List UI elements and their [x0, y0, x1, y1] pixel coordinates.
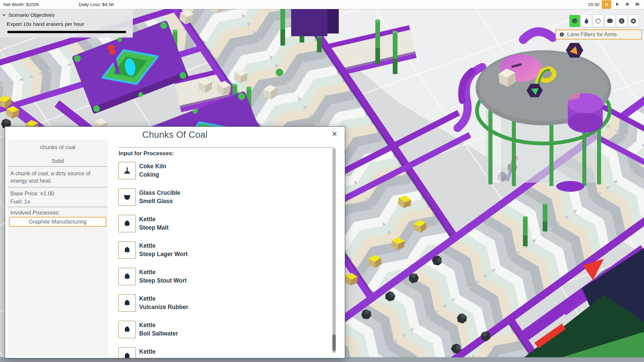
process-list-item[interactable]: Kettle	[118, 347, 329, 358]
process-name: Steep Stout Wort	[139, 277, 187, 285]
process-list-item[interactable]: Kettle Steep Malt	[118, 215, 329, 232]
process-list-item[interactable]: Kettle Steep Stout Wort	[118, 268, 329, 285]
net-worth-stat: Net Worth: $102K	[3, 2, 39, 7]
process-machine-icon	[118, 188, 136, 206]
involved-processes-label: Involved Processes:	[10, 209, 108, 216]
process-machine-icon	[118, 321, 136, 338]
input-processes-panel: Input for Processes: Coke Kiln Coking Gl…	[113, 127, 342, 358]
process-machine-icon	[118, 347, 136, 358]
scrollbar[interactable]	[332, 148, 336, 353]
scrollbar-thumb[interactable]	[332, 335, 336, 351]
info-icon	[559, 32, 565, 37]
toolbar-button-items[interactable]	[570, 15, 580, 27]
process-machine-name: Coke Kiln	[139, 162, 166, 171]
divider	[8, 166, 108, 167]
process-list: Coke Kiln Coking Glass Crucible Smelt Gl…	[118, 162, 329, 358]
process-list-item[interactable]: Kettle Vulcanize Rubber	[118, 294, 329, 312]
control-buttons-mount	[602, 0, 641, 9]
objective-progress-bar	[7, 31, 126, 33]
objectives-title: Scenario Objectives	[8, 12, 55, 18]
game-clock: 20:30	[588, 2, 599, 7]
process-list-item[interactable]: Kettle Steep Lager Wort	[118, 241, 329, 259]
process-machine-name: Kettle	[139, 321, 178, 329]
process-machine-name: Kettle	[139, 268, 187, 277]
process-name: Coking	[139, 171, 166, 179]
divider	[8, 187, 108, 187]
toolbar-button-settings[interactable]	[628, 15, 639, 27]
item-state: Solid	[8, 158, 108, 164]
process-machine-name: Kettle	[139, 215, 169, 224]
item-base-price: Base Price: ¤1.00	[10, 190, 108, 197]
process-machine-icon	[118, 162, 136, 179]
divider	[8, 207, 108, 207]
objective-progress-fill	[7, 31, 126, 33]
involved-processes-mount: Graphite Manufacturing	[9, 217, 106, 227]
top-status-bar: Net Worth: $102K Daily Loss: $4.5K 20:30	[0, 0, 644, 9]
process-list-item[interactable]: Glass Crucible Smelt Glass	[118, 188, 329, 206]
process-name: Steep Malt	[139, 224, 169, 232]
involved-process-button[interactable]: Graphite Manufacturing	[9, 217, 106, 227]
objectives-collapse-toggle[interactable]: Scenario Objectives	[2, 12, 133, 18]
process-name: Steep Lager Wort	[139, 250, 188, 258]
toolbar-button-chat[interactable]	[605, 15, 615, 27]
control-speed-3x-button[interactable]	[633, 0, 641, 8]
process-name: Vulcanize Rubber	[139, 303, 188, 311]
item-details-modal: Chunks Of Coal ✕ chunks of coal Solid A …	[5, 126, 345, 358]
process-list-item[interactable]: Kettle Boil Saltwater	[118, 321, 329, 338]
lane-filters-tooltip: Lane Filters for Arms	[555, 29, 642, 40]
divider	[118, 147, 333, 147]
process-machine-name: Kettle	[139, 295, 188, 303]
process-machine-icon	[118, 241, 136, 259]
process-machine-name: Kettle	[139, 348, 156, 356]
process-machine-name: Kettle	[139, 242, 188, 250]
control-play-button[interactable]	[613, 0, 621, 8]
process-machine-icon	[118, 215, 136, 232]
lane-filters-label: Lane Filters for Arms	[567, 32, 617, 38]
process-machine-icon	[118, 268, 136, 285]
chevron-down-icon	[2, 13, 6, 17]
process-machine-name: Glass Crucible	[139, 189, 180, 197]
process-name: Boil Saltwater	[139, 329, 178, 338]
control-speed-2x-button[interactable]	[623, 0, 631, 8]
item-summary-card: chunks of coal Solid A chunk of coal, a …	[8, 139, 108, 356]
toolbar	[570, 15, 639, 27]
item-name: chunks of coal	[8, 144, 108, 150]
toolbar-button-steam[interactable]	[593, 15, 603, 27]
process-machine-icon	[118, 294, 136, 312]
item-description: A chunk of coal, a dirty source of energ…	[10, 170, 106, 184]
toolbar-button-fluids[interactable]	[581, 15, 592, 27]
item-fuel-value: Fuel: 1x	[10, 198, 108, 205]
objective-text: Export 10x hand erasers per hour	[7, 21, 133, 27]
input-processes-label: Input for Processes:	[119, 150, 174, 157]
process-name: Smelt Glass	[139, 197, 180, 205]
scenario-objectives-panel: Scenario Objectives Export 10x hand eras…	[0, 9, 133, 38]
time-controls: 20:30	[588, 0, 641, 9]
control-pause-button[interactable]	[602, 0, 611, 9]
process-list-item[interactable]: Coke Kiln Coking	[118, 162, 329, 179]
daily-loss-stat: Daily Loss: $4.5K	[79, 2, 114, 7]
toolbar-button-info[interactable]	[616, 15, 627, 27]
